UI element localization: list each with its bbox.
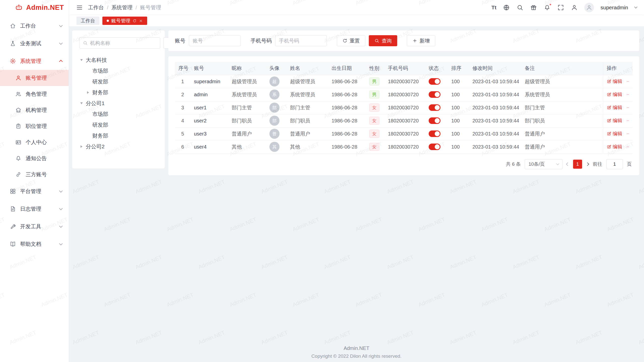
tree-caret-down-icon[interactable] <box>79 59 84 61</box>
tree-caret-down-icon[interactable] <box>79 102 84 104</box>
cell-status <box>425 88 448 101</box>
tree-node-7[interactable]: 财务部 <box>79 130 158 141</box>
sidebar-subitem-2-3[interactable]: 职位管理 <box>0 118 69 134</box>
tab-label: 工作台 <box>81 18 95 24</box>
add-button[interactable]: 新增 <box>407 35 435 46</box>
chevron-down-icon <box>59 224 63 228</box>
platform-icon <box>10 188 16 195</box>
page-size-select[interactable]: 10条/页 <box>525 159 562 169</box>
sidebar-item-0[interactable]: 工作台 <box>0 17 69 35</box>
close-icon[interactable] <box>139 19 143 23</box>
tree-node-1[interactable]: 市场部 <box>79 65 158 76</box>
next-page-button[interactable] <box>586 162 589 166</box>
edit-button[interactable]: 编辑 <box>607 130 622 137</box>
tree-node-6[interactable]: 研发部 <box>79 119 158 130</box>
sidebar-item-label: 日志管理 <box>20 205 41 212</box>
account-filter-input[interactable] <box>189 35 240 46</box>
logo[interactable]: Admin.NET <box>0 0 69 15</box>
notification-bell-icon[interactable] <box>544 4 551 11</box>
tree-caret-right-icon[interactable] <box>79 145 84 148</box>
fullscreen-icon[interactable] <box>557 4 564 11</box>
sidebar-item-5[interactable]: 开发工具 <box>0 218 69 235</box>
user-settings-icon[interactable] <box>571 4 578 11</box>
theme-gift-icon[interactable] <box>530 4 537 11</box>
tab-account-management[interactable]: 账号管理 <box>102 17 147 25</box>
sidebar-item-4[interactable]: 日志管理 <box>0 200 69 218</box>
column-header-8: 状态 <box>425 62 448 75</box>
tree-node-5[interactable]: 市场部 <box>79 109 158 119</box>
docs-icon <box>10 241 16 247</box>
sidebar-subitem-label: 账号管理 <box>26 74 47 81</box>
sidebar-item-label: 业务测试 <box>20 40 41 47</box>
avatar[interactable] <box>584 3 594 12</box>
edit-button[interactable]: 编辑 <box>607 91 622 98</box>
status-toggle[interactable] <box>429 104 440 111</box>
prev-page-button[interactable] <box>566 162 570 166</box>
tree-caret-right-icon[interactable] <box>86 91 90 94</box>
edit-button[interactable]: 编辑 <box>607 78 622 85</box>
sidebar-item-3[interactable]: 平台管理 <box>0 183 69 200</box>
search-icon[interactable] <box>516 4 524 11</box>
cell-index: 2 <box>175 88 190 101</box>
sidebar-subitem-2-6[interactable]: 三方账号 <box>0 166 69 183</box>
tab-workbench[interactable]: 工作台 <box>76 17 99 25</box>
tree-node-label: 财务部 <box>92 89 108 96</box>
edit-button[interactable]: 编辑 <box>607 117 622 124</box>
row-more-button[interactable] <box>626 118 629 123</box>
username[interactable]: superadmin <box>600 5 628 11</box>
user-avatar: 超 <box>269 76 279 86</box>
row-more-button[interactable] <box>626 105 629 110</box>
edit-button[interactable]: 编辑 <box>607 144 622 150</box>
cell-modified: 2023-01-03 10:59:44 <box>469 101 521 114</box>
cell-remark: 普通用户 <box>521 140 603 153</box>
cell-modified: 2023-01-03 10:59:44 <box>469 140 521 153</box>
status-toggle[interactable] <box>429 144 440 150</box>
sidebar-subitem-2-4[interactable]: 个人中心 <box>0 134 69 150</box>
notification-badge <box>549 3 552 6</box>
table-row-4: 5user3普通用户普普通用户1986-06-28女18020030720100… <box>175 127 633 140</box>
hamburger-icon[interactable] <box>76 4 83 11</box>
font-size-icon[interactable]: Tt <box>491 4 496 11</box>
sidebar-subitem-2-5[interactable]: 通知公告 <box>0 150 69 166</box>
cell-name: 部门主管 <box>287 101 328 114</box>
cell-account: admin <box>190 88 228 101</box>
org-search-field[interactable] <box>79 37 160 49</box>
status-toggle[interactable] <box>429 117 440 124</box>
tree-node-0[interactable]: 大名科技 <box>79 55 158 65</box>
breadcrumb-item-system[interactable]: 系统管理 <box>111 4 133 11</box>
status-toggle[interactable] <box>429 130 440 137</box>
table-row-0: 1superadmin超级管理员超超级管理员1986-06-28男1802003… <box>175 75 633 88</box>
row-more-button[interactable] <box>626 131 629 137</box>
org-search-input[interactable] <box>90 40 157 46</box>
tree-node-2[interactable]: 研发部 <box>79 76 158 87</box>
log-icon <box>10 206 16 212</box>
query-button[interactable]: 查询 <box>369 35 397 46</box>
sidebar-subitem-2-0[interactable]: 账号管理 <box>0 70 69 86</box>
goto-page-input[interactable] <box>606 159 623 169</box>
current-page[interactable]: 1 <box>573 160 582 169</box>
tree-node-3[interactable]: 财务部 <box>79 87 158 98</box>
status-toggle[interactable] <box>429 78 440 85</box>
phone-filter-input[interactable] <box>275 35 327 46</box>
active-tab-dot <box>107 20 109 22</box>
logo-text: Admin.NET <box>26 4 64 12</box>
row-more-button[interactable] <box>626 92 629 97</box>
sidebar-item-1[interactable]: 业务测试 <box>0 35 69 52</box>
language-globe-icon[interactable] <box>503 4 510 11</box>
tree-node-4[interactable]: 分公司1 <box>79 98 158 109</box>
edit-button[interactable]: 编辑 <box>607 104 622 111</box>
sidebar-item-6[interactable]: 帮助文档 <box>0 235 69 253</box>
sidebar-subitem-2-1[interactable]: 角色管理 <box>0 86 69 102</box>
status-toggle[interactable] <box>429 91 440 98</box>
logo-icon <box>15 3 23 12</box>
tree-node-8[interactable]: 分公司2 <box>79 141 158 152</box>
sidebar-item-label: 平台管理 <box>20 188 41 195</box>
sidebar-subitem-2-2[interactable]: 机构管理 <box>0 102 69 118</box>
reset-button[interactable]: 重置 <box>337 35 365 46</box>
chevron-down-icon[interactable] <box>634 5 637 9</box>
row-more-button[interactable] <box>626 79 629 84</box>
breadcrumb-item-workbench[interactable]: 工作台 <box>88 4 104 11</box>
sidebar-item-2[interactable]: 系统管理 <box>0 52 69 70</box>
row-more-button[interactable] <box>626 144 629 150</box>
refresh-icon[interactable] <box>133 19 137 23</box>
